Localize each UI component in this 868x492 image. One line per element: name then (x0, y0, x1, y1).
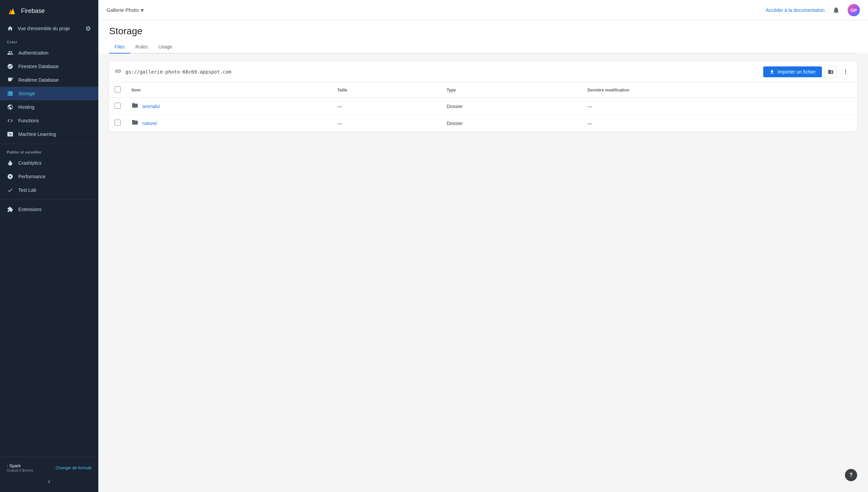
plan-row: : Spark Gratuit 0 $/mois Changer de form… (0, 460, 98, 475)
extensions-icon (7, 206, 14, 213)
more-options-button[interactable] (840, 66, 852, 78)
sidebar-item-label-performance: Performance (18, 174, 45, 179)
tab-rules[interactable]: Rules (130, 41, 153, 54)
row-checkbox[interactable] (115, 120, 121, 126)
folder-icon (132, 119, 138, 127)
section-publish-label: Publier et surveiller (0, 147, 98, 156)
page-header: Storage Files Rules Usage (98, 20, 868, 54)
row-size-cell: — (332, 98, 441, 115)
tab-usage[interactable]: Usage (153, 41, 177, 54)
row-name-cell: animals/ (126, 98, 332, 115)
sidebar-item-label-crashlytics: Crashlytics (18, 160, 41, 166)
hosting-icon (7, 104, 14, 110)
sidebar-item-performance[interactable]: Performance (0, 170, 98, 183)
sidebar-item-overview[interactable]: Vue d'ensemble du proje (0, 22, 98, 35)
storage-icon (7, 90, 14, 97)
table-header-type: Type (441, 82, 582, 98)
file-name[interactable]: nature/ (142, 121, 157, 126)
sidebar-item-storage[interactable]: Storage (0, 87, 98, 100)
sidebar-item-label-ml: Machine Learning (18, 131, 56, 137)
sidebar-item-label-hosting: Hosting (18, 104, 34, 110)
sidebar-item-authentication[interactable]: Authentication (0, 46, 98, 60)
sidebar-item-ml[interactable]: Machine Learning (0, 127, 98, 141)
ml-icon (7, 131, 14, 138)
topbar: Gallerie Photo ▾ Accéder à la documentat… (98, 0, 868, 20)
authentication-icon (7, 49, 14, 56)
firebase-logo-icon (7, 5, 18, 16)
sidebar-collapse-button[interactable] (0, 475, 98, 489)
sidebar-item-label-realtime: Realtime Database (18, 77, 59, 83)
home-icon (7, 25, 14, 32)
page-content: Storage Files Rules Usage gs://gallerie-… (98, 20, 868, 492)
table-row[interactable]: nature/ — Dossier — (109, 115, 857, 132)
sidebar-item-hosting[interactable]: Hosting (0, 100, 98, 114)
sidebar-item-functions[interactable]: Functions (0, 114, 98, 127)
sidebar-header: Firebase (0, 0, 98, 22)
upload-button-label: Importer un fichier (777, 69, 816, 75)
add-folder-button[interactable] (825, 66, 837, 78)
folder-icon (132, 102, 138, 110)
row-modified-cell: — (582, 115, 857, 132)
row-modified-cell: — (582, 98, 857, 115)
svg-text:GP: GP (851, 8, 857, 13)
topbar-right: Accéder à la documentation GP (766, 4, 860, 16)
project-chevron-icon: ▾ (141, 6, 144, 14)
realtime-icon (7, 77, 14, 83)
plan-name: : Spark (7, 463, 33, 468)
sidebar-item-extensions[interactable]: Extensions (0, 203, 98, 216)
overview-label: Vue d'ensemble du proje (18, 26, 70, 31)
table-header-modified: Dernière modification (582, 82, 857, 98)
select-all-checkbox[interactable] (115, 86, 121, 93)
sidebar-item-crashlytics[interactable]: Crashlytics (0, 156, 98, 170)
plan-price: Gratuit 0 $/mois (7, 468, 33, 472)
row-checkbox[interactable] (115, 103, 121, 109)
storage-toolbar: gs://gallerie-photo-68c69.appspot.com Im… (109, 62, 857, 82)
app-title: Firebase (21, 7, 45, 15)
crashlytics-icon (7, 160, 14, 166)
row-type-cell: Dossier (441, 115, 582, 132)
project-selector[interactable]: Gallerie Photo ▾ (106, 6, 144, 14)
bucket-url: gs://gallerie-photo-68c69.appspot.com (125, 69, 759, 75)
toolbar-actions: Importer un fichier (763, 66, 852, 78)
functions-icon (7, 117, 14, 124)
upload-button[interactable]: Importer un fichier (763, 66, 822, 77)
row-type-cell: Dossier (441, 98, 582, 115)
plan-change-button[interactable]: Changer de formule (56, 466, 92, 470)
sidebar-item-label-functions: Functions (18, 118, 39, 123)
page-title: Storage (109, 26, 857, 41)
firestore-icon (7, 63, 14, 70)
table-header-checkbox (109, 82, 126, 98)
help-button[interactable]: ? (845, 469, 857, 481)
project-name: Gallerie Photo (106, 7, 139, 13)
file-name[interactable]: animals/ (142, 104, 160, 109)
row-name-cell: nature/ (126, 115, 332, 132)
row-size-cell: — (332, 115, 441, 132)
testlab-icon (7, 187, 14, 193)
section-create-label: Créer (0, 35, 98, 46)
tab-files[interactable]: Files (109, 41, 130, 54)
storage-card: gs://gallerie-photo-68c69.appspot.com Im… (109, 62, 857, 131)
sidebar: Firebase Vue d'ensemble du proje Créer A… (0, 0, 98, 492)
docs-link[interactable]: Accéder à la documentation (766, 7, 825, 13)
sidebar-divider-2 (0, 200, 98, 200)
avatar[interactable]: GP (848, 4, 860, 16)
sidebar-item-label-testlab: Test Lab (18, 187, 36, 193)
notifications-button[interactable] (830, 4, 842, 16)
sidebar-divider-1 (0, 144, 98, 144)
sidebar-item-label-storage: Storage (18, 91, 35, 96)
tabs-bar: Files Rules Usage (109, 41, 857, 54)
main-content: Gallerie Photo ▾ Accéder à la documentat… (98, 0, 868, 492)
row-checkbox-cell (109, 115, 126, 132)
sidebar-item-testlab[interactable]: Test Lab (0, 183, 98, 197)
sidebar-item-realtime[interactable]: Realtime Database (0, 73, 98, 87)
sidebar-item-label-extensions: Extensions (18, 207, 41, 212)
upload-icon (769, 69, 775, 75)
performance-icon (7, 173, 14, 180)
table-row[interactable]: animals/ — Dossier — (109, 98, 857, 115)
files-table: Nom Taille Type Dernière modification (109, 82, 857, 131)
sidebar-item-firestore[interactable]: Firestore Database (0, 60, 98, 73)
settings-icon[interactable] (85, 25, 92, 32)
storage-section: gs://gallerie-photo-68c69.appspot.com Im… (98, 54, 868, 140)
link-icon (115, 68, 121, 76)
table-header-size: Taille (332, 82, 441, 98)
